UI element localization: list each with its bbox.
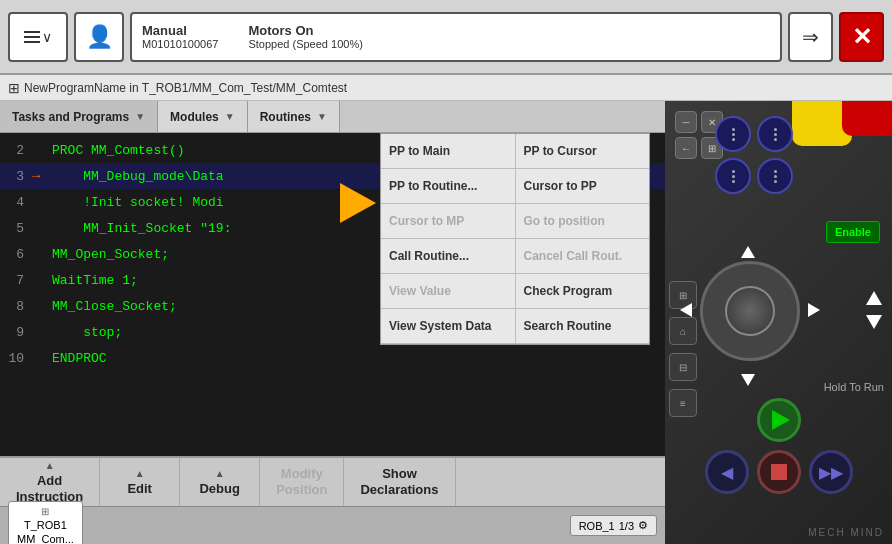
enable-button[interactable]: Enable: [826, 221, 880, 243]
pp-icon: ⇒: [802, 25, 819, 49]
cancel-call-rout-button: Cancel Call Rout.: [516, 239, 650, 273]
pp-to-cursor-button[interactable]: PP to Cursor: [516, 134, 650, 168]
user-icon: 👤: [86, 24, 113, 50]
controller-button-group: [715, 116, 793, 194]
page-indicator: 1/3: [619, 520, 634, 532]
task-name: T_ROB1: [24, 518, 67, 532]
modify-position-button: ModifyPosition: [260, 458, 344, 506]
code-wrapper: 2 PROC MM_Comtest() 3 → MM_Debug_mode\Da…: [0, 133, 665, 456]
chevron-down-icon: ∨: [42, 29, 52, 45]
joystick-arrow-down-icon: [741, 374, 755, 386]
tab-modules-label: Modules: [170, 110, 219, 124]
cursor-to-mp-button: Cursor to MP: [381, 204, 516, 238]
controller-red-accent: [842, 101, 892, 136]
ctrl-back-button[interactable]: ←: [675, 137, 697, 159]
motors-label: Motors On: [248, 23, 362, 38]
debug-arrow-icon: ▲: [215, 468, 225, 479]
pp-to-main-button[interactable]: PP to Main: [381, 134, 516, 168]
menu-row-3: Cursor to MP Go to position: [381, 204, 649, 239]
ctrl-btn-4[interactable]: [757, 158, 793, 194]
pp-to-routine-button[interactable]: PP to Routine...: [381, 169, 516, 203]
ctrl-minimize-button[interactable]: ─: [675, 111, 697, 133]
view-value-button: View Value: [381, 274, 516, 308]
controller-background: ─ ✕ ← ⊞: [665, 101, 892, 544]
side-arrows: [866, 291, 882, 329]
add-instruction-arrow-icon: ▲: [45, 460, 55, 471]
stopped-label: Stopped (Speed 100%): [248, 38, 362, 50]
hold-to-run-label: Hold To Run: [824, 381, 884, 393]
manual-label: Manual: [142, 23, 218, 38]
joystick-arrow-left-icon: [680, 303, 692, 317]
menu-row-2: PP to Routine... Cursor to PP: [381, 169, 649, 204]
rob-icon: ⚙: [638, 519, 648, 532]
path-bar: ⊞ NewProgramName in T_ROB1/MM_Com_Test/M…: [0, 75, 892, 101]
close-icon: ✕: [852, 23, 872, 51]
ctrl-play-button[interactable]: [757, 398, 801, 442]
ctrl-btn-3[interactable]: [715, 158, 751, 194]
status-block: Manual M01010100067 Motors On Stopped (S…: [130, 12, 782, 62]
tab-modules[interactable]: Modules ▼: [158, 101, 248, 132]
tab-routines-label: Routines: [260, 110, 311, 124]
breadcrumb: NewProgramName in T_ROB1/MM_Com_Test/MM_…: [24, 81, 347, 95]
ctrl-bottom-row: ◀ ▶▶: [705, 450, 853, 494]
robot-id: M01010100067: [142, 38, 218, 50]
menu-row-4: Call Routine... Cancel Call Rout.: [381, 239, 649, 274]
play-triangle-icon: [340, 183, 376, 223]
tab-tasks-programs[interactable]: Tasks and Programs ▼: [0, 101, 158, 132]
ctrl-forward-button[interactable]: ▶▶: [809, 450, 853, 494]
tab-tasks-programs-label: Tasks and Programs: [12, 110, 129, 124]
close-button[interactable]: ✕: [839, 12, 884, 62]
edit-arrow-icon: ▲: [135, 468, 145, 479]
joystick-area[interactable]: [685, 251, 815, 381]
path-icon: ⊞: [8, 80, 20, 96]
check-program-button[interactable]: Check Program: [516, 274, 650, 308]
menu-button[interactable]: ∨: [8, 12, 68, 62]
bottom-bar: ▲ AddInstruction ▲ Edit ▲ Debug ModifyPo…: [0, 456, 665, 506]
right-panel: ─ ✕ ← ⊞: [665, 101, 892, 544]
mech-mind-watermark: MECH MIND: [808, 527, 884, 538]
ctrl-stop-button[interactable]: [757, 450, 801, 494]
task-icon: ⊞: [41, 505, 49, 518]
rob-label: ROB_1: [579, 520, 615, 532]
menu-row-5: View Value Check Program: [381, 274, 649, 309]
menu-row-1: PP to Main PP to Cursor: [381, 134, 649, 169]
edit-button[interactable]: ▲ Edit: [100, 458, 180, 506]
ctrl-play-icon: [772, 410, 790, 430]
ctrl-back-nav-button[interactable]: ◀: [705, 450, 749, 494]
go-to-position-button: Go to position: [516, 204, 650, 238]
routines-chevron-icon: ▼: [317, 111, 327, 122]
ctrl-btn-1[interactable]: [715, 116, 751, 152]
ctrl-stop-icon: [771, 464, 787, 480]
view-system-data-button[interactable]: View System Data: [381, 309, 516, 343]
ctrl-side-btn-4[interactable]: ≡: [669, 389, 697, 417]
add-instruction-button[interactable]: ▲ AddInstruction: [0, 458, 100, 506]
play-button[interactable]: [340, 183, 380, 223]
overlay-menu: PP to Main PP to Cursor PP to Routine...…: [380, 133, 650, 345]
joystick-outer[interactable]: [700, 261, 800, 361]
tasks-chevron-icon: ▼: [135, 111, 145, 122]
ctrl-back-icon: ◀: [721, 463, 733, 482]
debug-button[interactable]: ▲ Debug: [180, 458, 260, 506]
joystick-arrow-right-icon: [808, 303, 820, 317]
side-arrow-up-icon[interactable]: [866, 291, 882, 305]
modules-chevron-icon: ▼: [225, 111, 235, 122]
joystick-inner[interactable]: [725, 286, 775, 336]
hamburger-icon: [24, 31, 40, 43]
task-sub: MM_Com...: [17, 532, 74, 544]
menu-row-6: View System Data Search Routine: [381, 309, 649, 344]
show-declarations-button[interactable]: ShowDeclarations: [344, 458, 455, 506]
call-routine-button[interactable]: Call Routine...: [381, 239, 516, 273]
ctrl-forward-icon: ▶▶: [819, 463, 843, 482]
user-button[interactable]: 👤: [74, 12, 124, 62]
controller-bottom-buttons: ◀ ▶▶: [705, 398, 853, 494]
footer-bar: ⊞ T_ROB1 MM_Com... ROB_1 1/3 ⚙: [0, 506, 665, 544]
tab-routines[interactable]: Routines ▼: [248, 101, 340, 132]
task-tab[interactable]: ⊞ T_ROB1 MM_Com...: [8, 501, 83, 544]
cursor-to-pp-button[interactable]: Cursor to PP: [516, 169, 650, 203]
ctrl-btn-2[interactable]: [757, 116, 793, 152]
rob-badge: ROB_1 1/3 ⚙: [570, 515, 657, 536]
search-routine-button[interactable]: Search Routine: [516, 309, 650, 343]
pp-button[interactable]: ⇒: [788, 12, 833, 62]
joystick-arrow-up-icon: [741, 246, 755, 258]
side-arrow-down-icon[interactable]: [866, 315, 882, 329]
